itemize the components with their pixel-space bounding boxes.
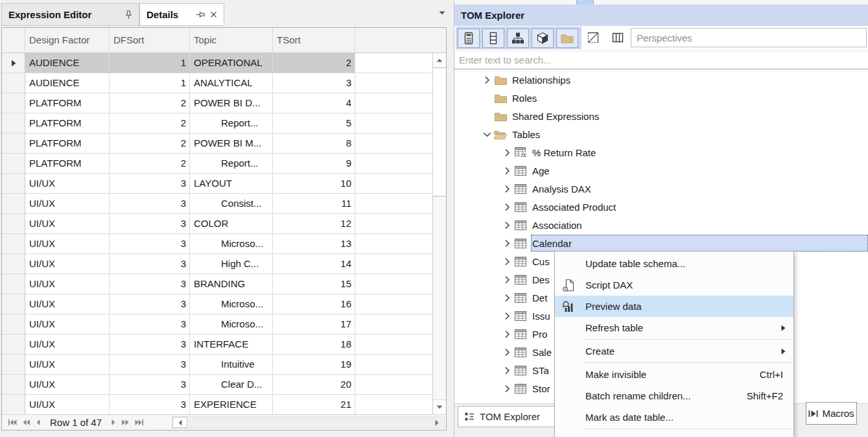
cell-dfsort[interactable]: 3 [110,355,190,375]
menu-item-create[interactable]: Create [555,340,793,362]
row-marker-cell[interactable] [2,335,25,355]
cell-tsort[interactable]: 21 [273,395,355,414]
tree-item-calendar[interactable]: Calendar [454,234,868,252]
cell-dfsort[interactable]: 3 [110,254,190,274]
cell-topic[interactable]: POWER BI D... [190,93,273,113]
chevron-right-icon[interactable] [502,148,512,157]
table-row[interactable]: UI/UX3EXPERIENCE21 [2,395,446,414]
tab-list-dropdown-icon[interactable] [439,11,445,15]
cell-design-factor[interactable]: UI/UX [25,355,110,375]
tab-expression-editor[interactable]: Expression Editor [1,3,139,26]
chevron-right-icon[interactable] [502,167,512,175]
chevron-right-icon[interactable] [502,185,512,193]
cell-tsort[interactable]: 2 [273,53,355,73]
toolbar-button-columns-list[interactable] [482,29,504,48]
chevron-right-icon[interactable] [502,276,512,284]
toolbar-button-measures[interactable] [458,29,480,48]
row-marker-cell[interactable] [2,53,25,73]
cell-dfsort[interactable]: 3 [110,234,190,254]
cell-design-factor[interactable]: UI/UX [25,335,110,355]
cell-tsort[interactable]: 9 [273,154,355,174]
cell-dfsort[interactable]: 3 [110,294,190,314]
chevron-down-icon[interactable] [482,132,492,137]
table-row[interactable]: PLATFORM2Report...9 [2,154,446,174]
cell-dfsort[interactable]: 3 [110,314,190,335]
tree-item-analysis-dax[interactable]: Analysis DAX [454,180,868,198]
cell-dfsort[interactable]: 2 [110,134,190,154]
row-marker-cell[interactable] [2,154,25,174]
cell-topic[interactable]: OPERATIONAL [190,53,273,73]
cell-design-factor[interactable]: AUDIENCE [25,73,110,93]
cell-dfsort[interactable]: 3 [110,274,190,294]
table-row[interactable]: UI/UX3INTERFACE18 [2,335,446,355]
cell-topic[interactable]: EXPERIENCE [190,395,273,414]
tree-item-association[interactable]: Association [454,216,868,234]
nav-prev-icon[interactable] [36,419,41,426]
tree-item-relationships[interactable]: Relationships [454,71,868,89]
grid-header-marker[interactable] [2,28,25,53]
cell-dfsort[interactable]: 1 [110,53,190,73]
table-row[interactable]: UI/UX3Microso...16 [2,294,446,314]
vertical-scrollbar[interactable] [432,53,446,414]
cell-tsort[interactable]: 19 [273,355,355,375]
cell-topic[interactable]: Microso... [190,234,273,254]
cell-design-factor[interactable]: UI/UX [25,274,110,294]
row-marker-cell[interactable] [2,234,25,254]
grid-header-topic[interactable]: Topic [190,28,273,53]
cell-design-factor[interactable]: PLATFORM [25,134,110,154]
cell-tsort[interactable]: 8 [273,134,355,154]
cell-design-factor[interactable]: UI/UX [25,174,110,194]
nav-next-icon[interactable] [111,419,116,426]
pin-horizontal-icon[interactable] [196,11,205,18]
menu-item-script-dax[interactable]: Script DAX [555,274,793,296]
cell-dfsort[interactable]: 2 [110,93,190,113]
tree-item-roles[interactable]: Roles [454,89,868,107]
table-row[interactable]: UI/UX3Microso...17 [2,314,446,335]
cell-design-factor[interactable]: UI/UX [25,194,110,214]
chevron-right-icon[interactable] [502,221,512,230]
table-row[interactable]: AUDIENCE1ANALYTICAL3 [2,73,446,93]
cell-design-factor[interactable]: PLATFORM [25,93,110,113]
cell-topic[interactable]: Microso... [190,294,273,314]
cell-design-factor[interactable]: UI/UX [25,375,110,395]
grid-header-dfsort[interactable]: DFSort [110,28,190,53]
cell-tsort[interactable]: 17 [273,314,355,335]
cell-design-factor[interactable]: UI/UX [25,314,110,335]
cell-topic[interactable]: Clear D... [190,375,273,395]
cell-topic[interactable]: COLOR [190,214,273,234]
scroll-down-button[interactable] [433,399,446,414]
cell-tsort[interactable]: 16 [273,294,355,314]
row-marker-cell[interactable] [2,134,25,154]
tab-tom-explorer[interactable]: TOM Explorer [458,406,559,427]
tab-details[interactable]: Details [139,3,224,26]
tree-item-shared-expressions[interactable]: Shared Expressions [454,107,868,125]
table-row[interactable]: PLATFORM2POWER BI D...4 [2,93,446,113]
cell-tsort[interactable]: 4 [273,93,355,113]
row-marker-cell[interactable] [2,93,25,113]
cell-design-factor[interactable]: UI/UX [25,395,110,414]
cell-design-factor[interactable]: AUDIENCE [25,53,110,73]
row-marker-cell[interactable] [2,194,25,214]
row-marker-cell[interactable] [2,395,25,414]
toolbar-button-show-hidden[interactable] [583,28,604,47]
cell-dfsort[interactable]: 3 [110,395,190,414]
cell-topic[interactable]: Report... [190,154,273,174]
close-icon[interactable] [210,11,217,18]
tree-item-associated-product[interactable]: Associated Product [454,198,868,216]
horizontal-scrollbar[interactable] [172,416,445,429]
cell-topic[interactable]: LAYOUT [190,174,273,194]
toolbar-button-cube[interactable] [532,29,554,48]
table-row[interactable]: AUDIENCE1OPERATIONAL2 [2,53,446,73]
perspectives-combo[interactable] [631,28,867,47]
cell-tsort[interactable]: 10 [273,174,355,194]
grid-header-design-factor[interactable]: Design Factor [25,28,110,53]
row-marker-cell[interactable] [2,113,25,134]
cell-topic[interactable]: Consist... [190,194,273,214]
cell-dfsort[interactable]: 3 [110,214,190,234]
table-row[interactable]: UI/UX3High C...14 [2,254,446,274]
row-marker-cell[interactable] [2,355,25,375]
cell-design-factor[interactable]: UI/UX [25,254,110,274]
cell-topic[interactable]: Report... [190,113,273,134]
chevron-right-icon[interactable] [502,294,512,302]
toolbar-button-display-folders[interactable] [556,29,578,48]
